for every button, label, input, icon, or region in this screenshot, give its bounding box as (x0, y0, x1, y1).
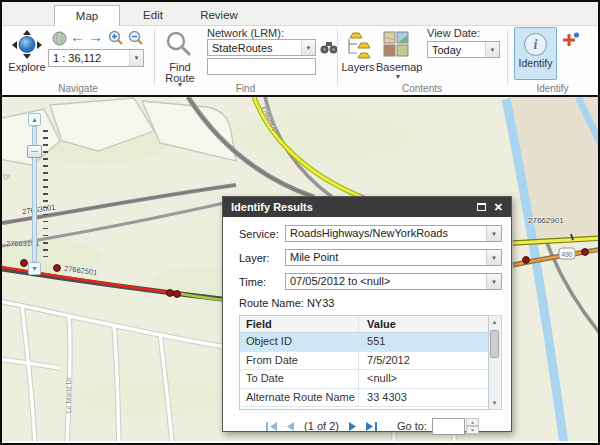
back-extent-icon[interactable]: ← (70, 30, 85, 44)
popup-title: Identify Results (223, 201, 477, 213)
network-lrm-combobox[interactable]: StateRoutes ▼ (207, 39, 316, 56)
table-row[interactable]: Alternate Route Name 33 4303 (240, 389, 488, 408)
table-header-row: Field Value (240, 316, 488, 333)
layers-button[interactable] (344, 31, 372, 63)
time-row: Time: 07/05/2012 to <null> ▼ (239, 273, 502, 290)
group-separator (507, 29, 508, 85)
table-row[interactable]: From Date 7/5/2012 (240, 352, 488, 371)
route-name-value: NY33 (307, 297, 335, 309)
basemap-dropdown-chevron[interactable]: ▼ (376, 73, 420, 80)
scroll-up-icon[interactable]: ▲ (489, 316, 500, 328)
map-scale-combobox[interactable]: 1 : 36,112 ▼ (48, 49, 144, 67)
cell-field: Alternate Route Name (240, 389, 359, 407)
add-point-tool-icon[interactable] (562, 32, 580, 52)
forward-extent-icon[interactable]: → (88, 30, 103, 44)
col-header-value: Value (359, 316, 488, 332)
layers-label: Layers (340, 61, 376, 73)
layers-tree-icon (344, 31, 372, 59)
explore-pan-icon (10, 30, 44, 60)
goto-page-input[interactable] (432, 418, 465, 435)
time-label: Time: (239, 276, 285, 288)
cell-field: Object ID (240, 333, 359, 351)
tab-edit[interactable]: Edit (120, 5, 186, 26)
spinner-down-icon[interactable]: ▼ (466, 426, 479, 434)
tab-review[interactable]: Review (186, 5, 252, 26)
route-input-field[interactable] (207, 58, 316, 75)
service-row: Service: RoadsHighways/NewYorkRoads ▼ (239, 225, 502, 242)
goto-spinner[interactable]: ▲ ▼ (466, 418, 479, 435)
chevron-down-icon[interactable]: ▼ (486, 274, 501, 289)
zoom-slider-ticks (43, 130, 48, 258)
cell-value: 33 4303 (359, 389, 488, 407)
zoom-out-icon[interactable] (128, 30, 144, 50)
chevron-down-icon[interactable]: ▼ (486, 226, 501, 241)
table-row[interactable]: Object ID 551 (240, 333, 488, 352)
layer-row: Layer: Mile Point ▼ (239, 249, 502, 266)
map-viewport[interactable]: 490 27663001 27663101 27662501 27662901 … (2, 95, 598, 441)
scroll-down-icon[interactable]: ▼ (489, 397, 500, 409)
layer-value: Mile Point (286, 250, 486, 265)
view-date-value: Today (428, 44, 485, 56)
tab-map[interactable]: Map (54, 5, 120, 26)
group-separator (154, 29, 155, 85)
view-date-combobox[interactable]: Today ▼ (427, 41, 500, 58)
ribbon-tabbar: Map Edit Review (2, 2, 598, 26)
explore-label: Explore (4, 61, 50, 73)
attributes-table-wrap: Field Value Object ID 551 From Date 7/5/… (239, 315, 502, 410)
explore-button[interactable] (10, 30, 44, 64)
zoom-slider-handle[interactable] (27, 145, 42, 158)
street-label: Le Manz Dr (65, 377, 72, 413)
next-page-icon[interactable] (348, 421, 359, 432)
time-combobox[interactable]: 07/05/2012 to <null> ▼ (285, 273, 502, 290)
maximize-icon[interactable] (477, 203, 486, 211)
goto-label: Go to: (397, 420, 427, 432)
spinner-up-icon[interactable]: ▲ (466, 418, 479, 426)
group-label-identify: Identify (507, 83, 598, 94)
layer-label: Layer: (239, 252, 285, 264)
cell-value: <null> (359, 370, 488, 388)
chevron-down-icon[interactable]: ▼ (129, 50, 143, 66)
group-label-contents: Contents (337, 83, 507, 94)
previous-page-icon[interactable] (284, 421, 295, 432)
table-row-partial (240, 407, 488, 410)
cell-field: From Date (240, 352, 359, 370)
time-value: 07/05/2012 to <null> (286, 274, 486, 289)
service-combobox[interactable]: RoadsHighways/NewYorkRoads ▼ (285, 225, 502, 242)
magnifier-icon (165, 30, 193, 58)
popup-body: Service: RoadsHighways/NewYorkRoads ▼ La… (223, 217, 511, 435)
route-shield-number: 490 (562, 251, 573, 258)
identify-button[interactable]: i Identify (514, 27, 557, 80)
table-row[interactable]: To Date <null> (240, 370, 488, 389)
basemap-label: Basemap (376, 61, 420, 73)
scrollbar-thumb[interactable] (490, 330, 499, 358)
view-date-label: View Date: (427, 27, 507, 39)
find-route-button[interactable] (165, 30, 193, 62)
group-separator (337, 29, 338, 85)
cell-value: 551 (359, 333, 488, 351)
attributes-table: Field Value Object ID 551 From Date 7/5/… (239, 315, 489, 410)
last-page-icon[interactable] (365, 421, 378, 432)
zoom-slider-down-button[interactable]: ▼ (28, 262, 41, 275)
layer-combobox[interactable]: Mile Point ▼ (285, 249, 502, 266)
chevron-down-icon[interactable]: ▼ (485, 42, 499, 57)
cell-field: To Date (240, 370, 359, 388)
zoom-slider-up-button[interactable]: ▲ (28, 113, 41, 126)
close-icon[interactable]: ✕ (494, 201, 503, 214)
identify-i-icon: i (524, 33, 547, 56)
route-name-line: Route Name: NY33 (239, 297, 502, 309)
chevron-down-icon[interactable]: ▼ (486, 250, 501, 265)
map-scale-value: 1 : 36,112 (49, 52, 129, 64)
zoom-in-icon[interactable] (108, 30, 124, 50)
network-lrm-value: StateRoutes (208, 42, 301, 54)
popup-titlebar[interactable]: Identify Results ✕ (223, 197, 511, 217)
service-label: Service: (239, 228, 285, 240)
route-label: 27662901 (528, 216, 564, 225)
col-header-field: Field (240, 316, 359, 332)
table-scrollbar[interactable]: ▲ ▼ (489, 315, 502, 410)
full-extent-globe-icon[interactable] (52, 31, 67, 50)
chevron-down-icon[interactable]: ▼ (301, 40, 315, 55)
binoculars-icon[interactable] (320, 40, 338, 59)
first-page-icon[interactable] (265, 421, 278, 432)
identify-button-label: Identify (515, 57, 556, 69)
basemap-button[interactable] (383, 31, 409, 61)
